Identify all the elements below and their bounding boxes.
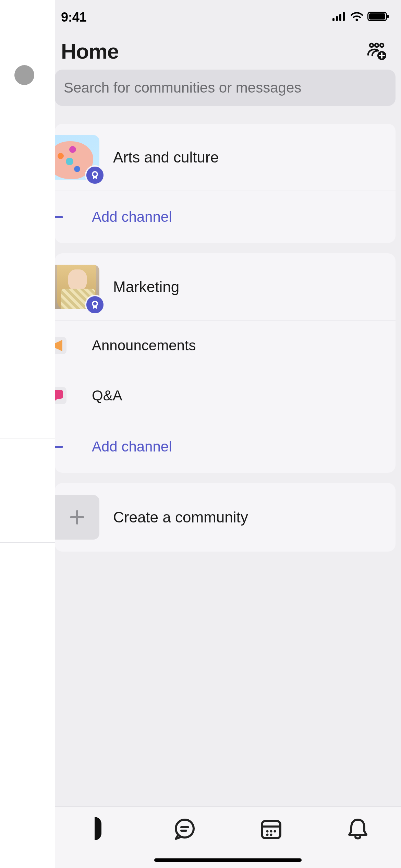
community-avatar <box>55 135 99 180</box>
community-row-arts[interactable]: Arts and culture <box>55 124 396 191</box>
status-time: 9:41 <box>61 10 86 25</box>
channel-name: Q&A <box>92 387 122 404</box>
svg-rect-0 <box>332 18 335 21</box>
plus-icon <box>55 495 99 540</box>
header: Home <box>55 34 401 70</box>
chat-icon <box>172 817 197 842</box>
calendar-icon <box>259 817 283 841</box>
bottom-tab-bar <box>55 806 401 868</box>
status-bar: 9:41 <box>55 0 401 34</box>
add-channel-button[interactable]: Add channel <box>55 421 396 473</box>
bell-icon <box>347 817 369 842</box>
svg-rect-6 <box>369 13 385 20</box>
home-icon <box>95 817 101 840</box>
community-card: Arts and culture Add channel <box>55 124 396 243</box>
owner-badge-icon <box>85 165 105 185</box>
tab-activity[interactable] <box>315 817 401 842</box>
svg-point-10 <box>380 44 384 47</box>
collapse-icon <box>55 446 63 448</box>
svg-rect-2 <box>339 14 341 21</box>
chat-icon <box>55 387 66 404</box>
profile-avatar[interactable] <box>14 65 34 85</box>
battery-icon <box>367 12 389 23</box>
create-community-icon-button[interactable] <box>366 42 387 61</box>
search-placeholder: Search for communities or messages <box>64 80 301 96</box>
tab-calendar[interactable] <box>228 817 315 841</box>
svg-rect-3 <box>343 12 345 21</box>
svg-point-19 <box>266 834 269 836</box>
divider <box>0 542 55 543</box>
svg-point-9 <box>375 44 378 47</box>
page-title: Home <box>61 39 119 63</box>
create-community-label: Create a community <box>113 509 248 526</box>
svg-rect-1 <box>336 16 338 21</box>
add-channel-label: Add channel <box>92 438 172 455</box>
tab-home[interactable] <box>55 817 142 840</box>
svg-point-17 <box>270 830 272 833</box>
home-indicator <box>154 858 302 862</box>
community-name: Marketing <box>113 278 179 296</box>
owner-badge-icon <box>85 295 105 315</box>
cellular-icon <box>332 12 346 22</box>
svg-point-12 <box>93 172 97 177</box>
create-community-button[interactable]: Create a community <box>55 483 396 552</box>
svg-point-4 <box>356 19 358 21</box>
megaphone-icon <box>55 337 66 354</box>
svg-point-8 <box>370 44 373 47</box>
svg-rect-7 <box>387 15 389 18</box>
svg-point-13 <box>93 301 97 306</box>
drawer-sliver <box>0 0 55 868</box>
tab-chat[interactable] <box>142 817 228 842</box>
wifi-icon <box>350 12 363 23</box>
search-input[interactable]: Search for communities or messages <box>55 70 396 106</box>
channel-name: Announcements <box>92 337 196 354</box>
community-card: Marketing Announcements Q&A Add channel <box>55 253 396 473</box>
svg-point-20 <box>270 834 272 836</box>
community-avatar <box>55 265 99 309</box>
add-channel-label: Add channel <box>92 209 172 225</box>
main-panel: 9:41 Home <box>55 0 401 868</box>
collapse-icon <box>55 216 63 218</box>
channel-row-qa[interactable]: Q&A <box>55 371 396 421</box>
create-community-card: Create a community <box>55 483 396 552</box>
svg-point-18 <box>274 830 276 833</box>
community-row-marketing[interactable]: Marketing <box>55 253 396 321</box>
add-channel-button[interactable]: Add channel <box>55 191 396 243</box>
svg-point-16 <box>266 830 269 833</box>
community-name: Arts and culture <box>113 149 219 166</box>
channel-row-announcements[interactable]: Announcements <box>55 321 396 371</box>
divider <box>0 438 55 438</box>
